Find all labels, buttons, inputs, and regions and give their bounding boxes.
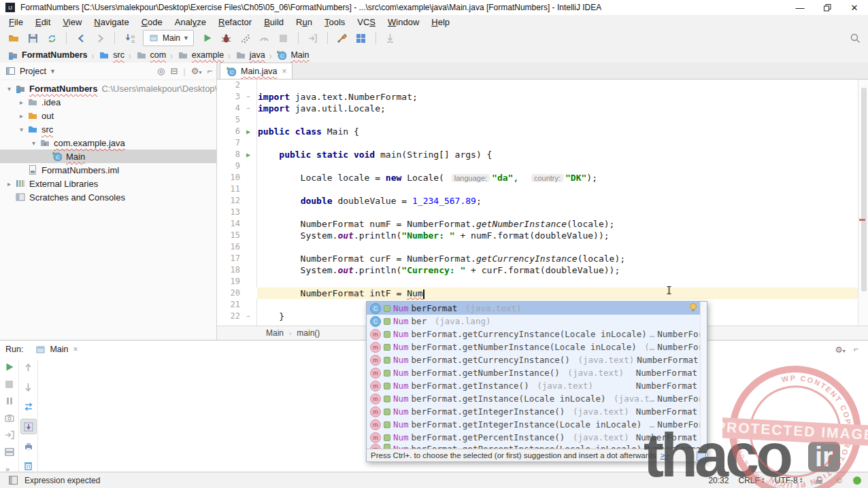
project-dropdown-arrow-icon[interactable]: ▼ [50, 68, 56, 75]
chevron-expanded-icon[interactable]: ▾ [29, 139, 39, 147]
breadcrumb-java[interactable]: java [233, 49, 267, 61]
close-button[interactable]: ✕ [841, 0, 868, 15]
tab-close-icon[interactable]: × [282, 67, 287, 76]
chevron-collapsed-icon[interactable]: ▸ [4, 180, 14, 188]
menu-tools[interactable]: Tools [318, 16, 351, 28]
footer-breadcrumb-1[interactable]: main() [297, 328, 320, 338]
tree-item-external-libraries[interactable]: ▸External Libraries [0, 177, 216, 190]
scroll-end-icon[interactable] [20, 419, 37, 434]
completion-item[interactable]: mNumberFormat.getInstance() (java.text)N… [367, 379, 701, 392]
stop2-icon[interactable] [2, 378, 17, 390]
footer-breadcrumb-0[interactable]: Main [266, 328, 284, 338]
run-icon[interactable] [199, 30, 216, 46]
menu-code[interactable]: Code [135, 16, 169, 28]
project-panel-title[interactable]: Project [20, 67, 46, 76]
editor-area[interactable]: C Main.java × 23−import java.text.Number… [217, 63, 868, 340]
popup-scrollbar[interactable] [700, 302, 707, 449]
gutter-mark[interactable] [240, 276, 256, 287]
gutter-mark[interactable] [240, 195, 256, 207]
gutter-mark[interactable] [240, 172, 256, 184]
gutter-mark[interactable] [240, 184, 256, 195]
revert-icon[interactable] [382, 30, 399, 46]
forward-icon[interactable] [92, 30, 108, 46]
gutter-mark[interactable] [240, 207, 256, 218]
completion-item[interactable]: CNumberFormat (java.text) [367, 302, 701, 315]
scrollbar-thumb[interactable] [861, 88, 867, 292]
breadcrumb-main[interactable]: CMain [274, 49, 310, 61]
completion-item[interactable]: mNumberFormat.getNumberInstance() (java.… [367, 366, 701, 379]
menu-help[interactable]: Help [425, 16, 456, 28]
snapshot-icon[interactable] [2, 412, 17, 424]
back-icon[interactable] [73, 30, 89, 46]
gutter-mark[interactable] [240, 80, 256, 91]
profiler-icon[interactable] [256, 30, 273, 46]
highlighting-level-icon[interactable]: ☺ [835, 475, 844, 485]
menu-vcs[interactable]: VCS [351, 16, 382, 28]
tool-windows-icon[interactable] [7, 474, 19, 487]
hide-panel-icon[interactable]: ⌐ [207, 66, 212, 76]
completion-item[interactable]: mNumberFormat.getIntegerInstance() (java… [367, 405, 701, 418]
panel-settings-gear-icon[interactable]: ⚙▾ [191, 66, 202, 76]
tree-item-formatnumbers-iml[interactable]: FormatNumbers.iml [0, 163, 216, 177]
breadcrumb-com[interactable]: com [134, 49, 168, 61]
print-icon[interactable] [21, 439, 36, 453]
search-everywhere-icon[interactable] [849, 32, 861, 44]
hide-run-panel-icon[interactable]: ⌐ [854, 345, 858, 354]
chevron-expanded-icon[interactable]: ▾ [16, 126, 27, 133]
swap-icon[interactable] [21, 400, 36, 414]
structure-icon[interactable] [353, 30, 369, 46]
notification-indicator-icon[interactable] [853, 476, 861, 485]
encoding-widget[interactable]: UTF-8▲▼ [775, 476, 803, 485]
settings-icon[interactable] [334, 30, 350, 46]
gutter-mark[interactable] [240, 299, 256, 311]
collapse-all-icon[interactable]: ⊟ [170, 66, 178, 76]
completion-item[interactable]: mNumberFormat.getInstance(Locale inLocal… [367, 392, 701, 405]
breadcrumb-src[interactable]: src [97, 49, 126, 61]
chevron-expanded-icon[interactable]: ▾ [4, 85, 14, 92]
completion-item[interactable]: mNumberFormat.getIntegerInstance(Locale … [367, 418, 701, 431]
pause-icon[interactable] [2, 395, 17, 407]
run-tab-close-icon[interactable]: × [73, 345, 78, 354]
completion-item[interactable]: mNumberFormat.getCurrencyInstance() (jav… [367, 353, 701, 366]
line-separator-widget[interactable]: CRLF▲▼ [738, 476, 765, 485]
exit-icon[interactable] [2, 429, 17, 441]
completion-item[interactable]: mNumberFormat.getPercentInstance(Locale … [367, 444, 701, 449]
restore-button[interactable] [814, 0, 841, 15]
tree-item--idea[interactable]: ▸.idea [0, 95, 216, 109]
tree-item-src[interactable]: ▾src [0, 122, 216, 136]
caret-position-widget[interactable]: 20:32 [708, 476, 729, 485]
open-icon[interactable] [5, 30, 22, 46]
gutter-mark[interactable] [240, 230, 256, 241]
gutter-mark[interactable]: − [240, 91, 256, 103]
gutter-mark[interactable]: ▶ [240, 126, 256, 137]
breadcrumb-example[interactable]: example [176, 49, 225, 61]
gutter-mark[interactable] [240, 218, 256, 230]
run-line-icon[interactable]: ▶ [246, 126, 250, 137]
gutter-mark[interactable] [240, 241, 256, 253]
tree-item-main[interactable]: CMain [0, 150, 216, 163]
debug-icon[interactable] [218, 30, 235, 46]
coverage-icon[interactable] [237, 30, 254, 46]
rerun-icon[interactable] [2, 361, 17, 373]
gutter-mark[interactable] [240, 114, 256, 126]
menu-view[interactable]: View [56, 16, 88, 28]
layout-icon[interactable] [2, 446, 17, 458]
menu-build[interactable]: Build [258, 16, 290, 28]
tree-item-scratches-and-consoles[interactable]: Scratches and Consoles [0, 190, 216, 204]
code-editor[interactable]: 23−import java.text.NumberFormat;4−impor… [217, 80, 858, 326]
editor-scrollbar[interactable] [858, 80, 868, 326]
up-icon[interactable] [21, 361, 36, 375]
menu-navigate[interactable]: Navigate [88, 16, 135, 28]
gutter-mark[interactable] [240, 264, 256, 276]
minimize-button[interactable]: — [786, 0, 814, 15]
chevron-collapsed-icon[interactable]: ▸ [16, 112, 27, 120]
completion-hint-link[interactable]: >> [661, 451, 669, 459]
gutter-mark[interactable] [240, 160, 256, 172]
sync-icon[interactable] [44, 30, 60, 46]
menu-run[interactable]: Run [290, 16, 318, 28]
tree-item-formatnumbers[interactable]: ▾FormatNumbersC:\Users\malekpour\Desktop… [0, 82, 216, 95]
clear-icon[interactable] [21, 459, 36, 473]
compile-icon[interactable]: 0110 [121, 30, 137, 46]
run-configuration-combo[interactable]: Main▼ [143, 30, 194, 46]
completion-item[interactable]: mNumberFormat.getCurrencyInstance(Locale… [367, 328, 701, 341]
